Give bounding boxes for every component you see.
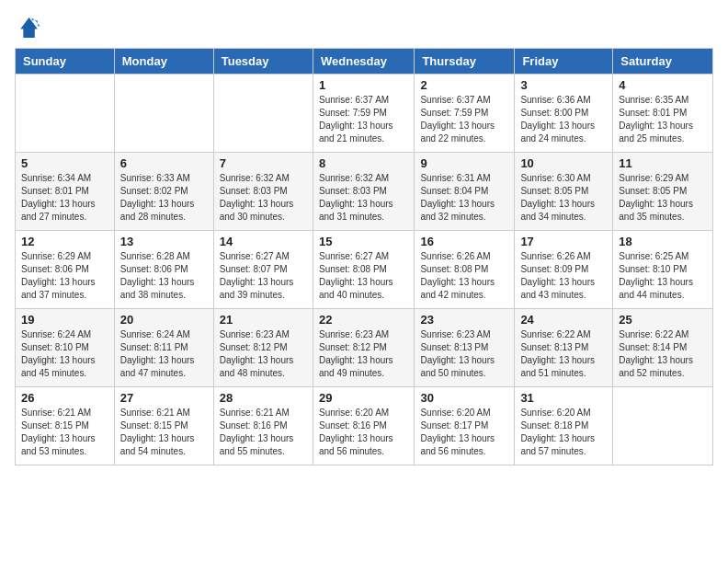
day-number: 24 xyxy=(520,313,607,327)
calendar-cell: 3Sunrise: 6:36 AM Sunset: 8:00 PM Daylig… xyxy=(515,75,613,153)
day-number: 30 xyxy=(420,391,508,405)
calendar-table: SundayMondayTuesdayWednesdayThursdayFrid… xyxy=(15,48,713,465)
calendar-cell: 8Sunrise: 6:32 AM Sunset: 8:03 PM Daylig… xyxy=(313,153,414,231)
calendar-week-2: 5Sunrise: 6:34 AM Sunset: 8:01 PM Daylig… xyxy=(16,153,713,231)
calendar-cell: 23Sunrise: 6:23 AM Sunset: 8:13 PM Dayli… xyxy=(415,309,515,387)
calendar-week-1: 1Sunrise: 6:37 AM Sunset: 7:59 PM Daylig… xyxy=(16,75,713,153)
calendar-cell: 5Sunrise: 6:34 AM Sunset: 8:01 PM Daylig… xyxy=(16,153,115,231)
day-info: Sunrise: 6:36 AM Sunset: 8:00 PM Dayligh… xyxy=(520,94,607,145)
calendar-cell: 1Sunrise: 6:37 AM Sunset: 7:59 PM Daylig… xyxy=(313,75,414,153)
calendar-cell: 31Sunrise: 6:20 AM Sunset: 8:18 PM Dayli… xyxy=(515,387,613,465)
calendar-cell: 16Sunrise: 6:26 AM Sunset: 8:08 PM Dayli… xyxy=(415,231,515,309)
day-info: Sunrise: 6:33 AM Sunset: 8:02 PM Dayligh… xyxy=(120,172,208,224)
day-info: Sunrise: 6:21 AM Sunset: 8:15 PM Dayligh… xyxy=(21,407,108,458)
calendar-cell: 25Sunrise: 6:22 AM Sunset: 8:14 PM Dayli… xyxy=(613,309,713,387)
day-number: 1 xyxy=(319,78,408,92)
day-info: Sunrise: 6:37 AM Sunset: 7:59 PM Dayligh… xyxy=(420,94,508,145)
calendar-cell: 27Sunrise: 6:21 AM Sunset: 8:15 PM Dayli… xyxy=(114,387,213,465)
calendar-cell: 6Sunrise: 6:33 AM Sunset: 8:02 PM Daylig… xyxy=(114,153,213,231)
day-number: 12 xyxy=(21,235,108,248)
day-info: Sunrise: 6:28 AM Sunset: 8:06 PM Dayligh… xyxy=(120,250,208,302)
day-number: 26 xyxy=(21,391,108,405)
day-info: Sunrise: 6:23 AM Sunset: 8:12 PM Dayligh… xyxy=(319,328,408,380)
day-number: 7 xyxy=(220,156,307,170)
day-info: Sunrise: 6:24 AM Sunset: 8:10 PM Dayligh… xyxy=(21,328,108,380)
calendar-cell: 2Sunrise: 6:37 AM Sunset: 7:59 PM Daylig… xyxy=(415,75,515,153)
page-header xyxy=(15,15,713,40)
day-number: 9 xyxy=(420,156,508,170)
calendar-cell: 14Sunrise: 6:27 AM Sunset: 8:07 PM Dayli… xyxy=(213,231,313,309)
day-info: Sunrise: 6:31 AM Sunset: 8:04 PM Dayligh… xyxy=(420,172,508,224)
calendar-cell: 11Sunrise: 6:29 AM Sunset: 8:05 PM Dayli… xyxy=(613,153,713,231)
day-number: 28 xyxy=(220,391,307,405)
calendar-cell: 26Sunrise: 6:21 AM Sunset: 8:15 PM Dayli… xyxy=(16,387,115,465)
day-info: Sunrise: 6:27 AM Sunset: 8:07 PM Dayligh… xyxy=(220,250,307,302)
logo-icon xyxy=(15,15,40,40)
calendar-cell: 28Sunrise: 6:21 AM Sunset: 8:16 PM Dayli… xyxy=(213,387,313,465)
calendar-cell: 24Sunrise: 6:22 AM Sunset: 8:13 PM Dayli… xyxy=(515,309,613,387)
calendar-week-3: 12Sunrise: 6:29 AM Sunset: 8:06 PM Dayli… xyxy=(16,231,713,309)
day-number: 29 xyxy=(319,391,408,405)
day-number: 17 xyxy=(520,235,607,248)
calendar-cell xyxy=(16,75,115,153)
day-number: 4 xyxy=(619,78,707,92)
weekday-header-friday: Friday xyxy=(515,49,613,75)
day-info: Sunrise: 6:21 AM Sunset: 8:16 PM Dayligh… xyxy=(220,407,307,458)
calendar-cell: 20Sunrise: 6:24 AM Sunset: 8:11 PM Dayli… xyxy=(114,309,213,387)
day-number: 6 xyxy=(120,156,208,170)
day-info: Sunrise: 6:27 AM Sunset: 8:08 PM Dayligh… xyxy=(319,250,408,302)
calendar-cell xyxy=(213,75,313,153)
calendar-cell: 7Sunrise: 6:32 AM Sunset: 8:03 PM Daylig… xyxy=(213,153,313,231)
day-number: 10 xyxy=(520,156,607,170)
day-number: 23 xyxy=(420,313,508,327)
calendar-cell: 18Sunrise: 6:25 AM Sunset: 8:10 PM Dayli… xyxy=(613,231,713,309)
day-info: Sunrise: 6:30 AM Sunset: 8:05 PM Dayligh… xyxy=(520,172,607,224)
calendar-cell: 29Sunrise: 6:20 AM Sunset: 8:16 PM Dayli… xyxy=(313,387,414,465)
day-info: Sunrise: 6:26 AM Sunset: 8:09 PM Dayligh… xyxy=(520,250,607,302)
day-number: 19 xyxy=(21,313,108,327)
day-info: Sunrise: 6:20 AM Sunset: 8:16 PM Dayligh… xyxy=(319,407,408,458)
day-number: 5 xyxy=(21,156,108,170)
day-number: 11 xyxy=(619,156,707,170)
calendar-cell: 9Sunrise: 6:31 AM Sunset: 8:04 PM Daylig… xyxy=(415,153,515,231)
day-number: 2 xyxy=(420,78,508,92)
calendar-cell xyxy=(114,75,213,153)
calendar-cell: 10Sunrise: 6:30 AM Sunset: 8:05 PM Dayli… xyxy=(515,153,613,231)
calendar-week-5: 26Sunrise: 6:21 AM Sunset: 8:15 PM Dayli… xyxy=(16,387,713,465)
weekday-header-sunday: Sunday xyxy=(16,49,115,75)
day-number: 20 xyxy=(120,313,208,327)
day-number: 22 xyxy=(319,313,408,327)
calendar-cell: 22Sunrise: 6:23 AM Sunset: 8:12 PM Dayli… xyxy=(313,309,414,387)
weekday-header-thursday: Thursday xyxy=(415,49,515,75)
day-info: Sunrise: 6:26 AM Sunset: 8:08 PM Dayligh… xyxy=(420,250,508,302)
day-info: Sunrise: 6:32 AM Sunset: 8:03 PM Dayligh… xyxy=(220,172,307,224)
day-info: Sunrise: 6:22 AM Sunset: 8:14 PM Dayligh… xyxy=(619,328,707,380)
day-info: Sunrise: 6:29 AM Sunset: 8:06 PM Dayligh… xyxy=(21,250,108,302)
weekday-header-monday: Monday xyxy=(114,49,213,75)
day-number: 13 xyxy=(120,235,208,248)
day-info: Sunrise: 6:24 AM Sunset: 8:11 PM Dayligh… xyxy=(120,328,208,380)
day-info: Sunrise: 6:34 AM Sunset: 8:01 PM Dayligh… xyxy=(21,172,108,224)
day-number: 18 xyxy=(619,235,707,248)
day-number: 27 xyxy=(120,391,208,405)
calendar-cell: 15Sunrise: 6:27 AM Sunset: 8:08 PM Dayli… xyxy=(313,231,414,309)
day-info: Sunrise: 6:22 AM Sunset: 8:13 PM Dayligh… xyxy=(520,328,607,380)
day-number: 16 xyxy=(420,235,508,248)
day-number: 31 xyxy=(520,391,607,405)
calendar-cell: 4Sunrise: 6:35 AM Sunset: 8:01 PM Daylig… xyxy=(613,75,713,153)
calendar-week-4: 19Sunrise: 6:24 AM Sunset: 8:10 PM Dayli… xyxy=(16,309,713,387)
day-number: 21 xyxy=(220,313,307,327)
day-info: Sunrise: 6:23 AM Sunset: 8:13 PM Dayligh… xyxy=(420,328,508,380)
calendar-cell: 17Sunrise: 6:26 AM Sunset: 8:09 PM Dayli… xyxy=(515,231,613,309)
day-info: Sunrise: 6:29 AM Sunset: 8:05 PM Dayligh… xyxy=(619,172,707,224)
day-info: Sunrise: 6:25 AM Sunset: 8:10 PM Dayligh… xyxy=(619,250,707,302)
logo xyxy=(15,15,44,40)
weekday-header-wednesday: Wednesday xyxy=(313,49,414,75)
day-info: Sunrise: 6:21 AM Sunset: 8:15 PM Dayligh… xyxy=(120,407,208,458)
calendar-cell: 13Sunrise: 6:28 AM Sunset: 8:06 PM Dayli… xyxy=(114,231,213,309)
weekday-header-tuesday: Tuesday xyxy=(213,49,313,75)
day-info: Sunrise: 6:37 AM Sunset: 7:59 PM Dayligh… xyxy=(319,94,408,145)
day-number: 25 xyxy=(619,313,707,327)
calendar-cell: 30Sunrise: 6:20 AM Sunset: 8:17 PM Dayli… xyxy=(415,387,515,465)
calendar-cell: 21Sunrise: 6:23 AM Sunset: 8:12 PM Dayli… xyxy=(213,309,313,387)
